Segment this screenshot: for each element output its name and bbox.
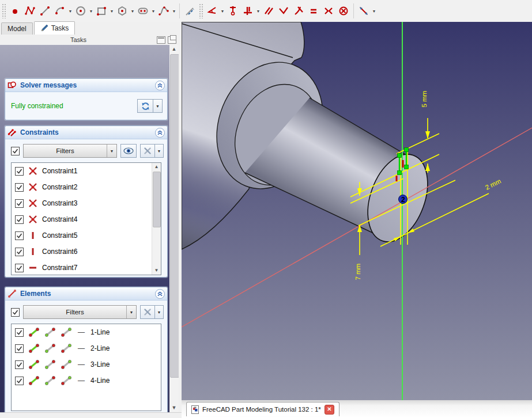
point-button[interactable] <box>7 3 22 19</box>
constraint-row[interactable]: Constraint2 <box>12 179 161 195</box>
element-checkbox[interactable] <box>15 360 24 369</box>
circle-button[interactable] <box>73 3 88 19</box>
constraints-filter-combobox[interactable]: Filters ▼ <box>23 144 117 158</box>
rectangle-button[interactable] <box>94 3 109 19</box>
constraint-checkbox[interactable] <box>15 264 24 272</box>
dimension-label-5mm[interactable]: 5 mm <box>421 91 428 108</box>
chevron-down-icon[interactable]: ▼ <box>67 3 73 19</box>
bspline-button[interactable] <box>156 3 171 19</box>
panel-scrollbar[interactable]: ▲ ▼ <box>169 45 179 418</box>
constraint-perpendicular-button[interactable] <box>276 3 291 19</box>
chevron-down-icon[interactable]: ▼ <box>130 3 135 19</box>
constraint-distance-button[interactable] <box>356 3 371 19</box>
element-row[interactable]: —3-Line <box>12 356 161 373</box>
tab-model-label: Model <box>7 25 27 33</box>
constraint-checkbox[interactable] <box>15 183 24 192</box>
construction-mode-button[interactable] <box>182 3 197 19</box>
constraint-label: Constraint4 <box>42 215 77 223</box>
constraint-count-marker[interactable]: 2 <box>399 195 408 204</box>
document-tab[interactable]: FreeCAD Part Modeling Tutorial 132 : 1* … <box>186 402 339 416</box>
constraint-vertical-button[interactable] <box>240 3 255 19</box>
chevron-down-icon[interactable]: ▼ <box>255 3 261 19</box>
constraint-coincident-button[interactable] <box>225 3 240 19</box>
collapse-constraints-button[interactable] <box>155 128 165 138</box>
chevron-down-icon[interactable]: ▼ <box>109 3 115 19</box>
element-checkbox[interactable] <box>15 344 24 353</box>
constraint-parallel-button[interactable] <box>261 3 276 19</box>
constraint-checkbox[interactable] <box>15 167 24 176</box>
chevron-down-icon[interactable]: ▼ <box>371 3 377 19</box>
element-checkbox[interactable] <box>15 377 24 385</box>
refresh-icon <box>141 101 150 111</box>
constraint-symmetric-button[interactable] <box>321 3 336 19</box>
toolbar-grip[interactable] <box>199 3 203 18</box>
chevron-down-icon[interactable]: ▼ <box>220 3 225 19</box>
3d-viewport[interactable]: 2 5 mm 7 mm 2 mm <box>182 22 532 400</box>
polyline-button[interactable] <box>22 3 37 19</box>
constraint-row[interactable]: Constraint3 <box>12 195 161 211</box>
constraints-header[interactable]: Constraints <box>5 126 167 139</box>
freecad-window: ▼▼▼▼▼▼▼▼▼ Model Tasks Tasks Close <box>0 0 532 418</box>
close-document-icon[interactable]: ✕ <box>325 405 334 415</box>
elements-settings-button[interactable] <box>140 305 155 319</box>
update-solver-button[interactable] <box>137 99 153 113</box>
shade-panel-icon[interactable] <box>157 36 165 44</box>
document-tab-title: FreeCAD Part Modeling Tutorial 132 : 1* <box>202 406 321 413</box>
constraint-checkbox[interactable] <box>15 199 24 208</box>
constraints-settings-button[interactable] <box>140 144 155 158</box>
line-button[interactable] <box>37 3 52 19</box>
constraint-block-button[interactable] <box>336 3 351 19</box>
line-element-icon <box>44 375 56 386</box>
elements-filter-combobox[interactable]: Filters ▼ <box>23 305 137 319</box>
line-element-icon <box>28 359 40 370</box>
toolbar-separator <box>353 3 354 18</box>
constraint-vertical-icon <box>242 5 254 17</box>
solver-options-dropdown[interactable]: ▼ <box>153 99 163 113</box>
tab-model[interactable]: Model <box>1 22 33 35</box>
polygon-button[interactable] <box>115 3 130 19</box>
svg-text:2: 2 <box>401 196 405 204</box>
chevron-down-icon[interactable]: ▼ <box>88 3 94 19</box>
constraint-row[interactable]: Constraint1 <box>12 163 161 179</box>
chevron-down-icon[interactable]: ▼ <box>171 3 177 19</box>
constraint-equal-button[interactable] <box>306 3 321 19</box>
constraint-checkbox[interactable] <box>15 231 24 240</box>
constraint-tangent-button[interactable] <box>291 3 306 19</box>
constraint-row[interactable]: Constraint6 <box>12 244 161 260</box>
constraint-checkbox[interactable] <box>15 248 24 256</box>
constraint-distance-icon <box>358 5 369 17</box>
chevron-down-icon: ▼ <box>126 306 136 318</box>
constraint-row[interactable]: Constraint5 <box>12 227 161 244</box>
element-row[interactable]: —2-Line <box>12 340 161 356</box>
element-checkbox[interactable] <box>15 328 24 337</box>
constraints-settings-dropdown[interactable]: ▼ <box>155 144 164 158</box>
constraint-row[interactable]: Constraint4 <box>12 211 161 227</box>
tab-tasks[interactable]: Tasks <box>34 21 76 35</box>
element-row[interactable]: —4-Line <box>12 373 161 389</box>
constraints-master-checkbox[interactable] <box>11 147 20 155</box>
collapse-elements-button[interactable] <box>155 289 165 299</box>
dimension-label-7mm[interactable]: 7 mm <box>354 264 361 280</box>
line-element-icon <box>61 343 72 354</box>
chevron-down-icon[interactable]: ▼ <box>150 3 156 19</box>
elements-settings-dropdown[interactable]: ▼ <box>155 305 164 319</box>
constraint-row[interactable]: Constraint7 <box>12 260 161 275</box>
chevron-up-icon <box>157 291 163 297</box>
float-panel-icon[interactable] <box>168 36 176 44</box>
toolbar-grip[interactable] <box>2 3 6 18</box>
elements-master-checkbox[interactable] <box>11 308 20 317</box>
constraint-checkbox[interactable] <box>15 215 24 224</box>
constraints-section: Constraints Filters ▼ <box>5 126 168 278</box>
element-row[interactable]: —1-Line <box>12 324 161 340</box>
arc-button[interactable] <box>52 3 67 19</box>
constraint-symmetric-icon <box>323 5 334 17</box>
constraints-list-scrollbar[interactable]: ▲ ▼ <box>152 163 161 275</box>
solver-messages-header[interactable]: Solver messages <box>5 79 167 92</box>
elements-header[interactable]: Elements <box>5 287 167 301</box>
elements-list: —1-Line —2-Line —3-Line —4-Line <box>11 324 161 411</box>
slot-button[interactable] <box>135 3 150 19</box>
constraint-angle-button[interactable] <box>205 3 220 19</box>
show-hide-constraints-button[interactable] <box>120 144 137 158</box>
collapse-solver-button[interactable] <box>155 81 165 90</box>
line-element-icon <box>44 343 56 354</box>
